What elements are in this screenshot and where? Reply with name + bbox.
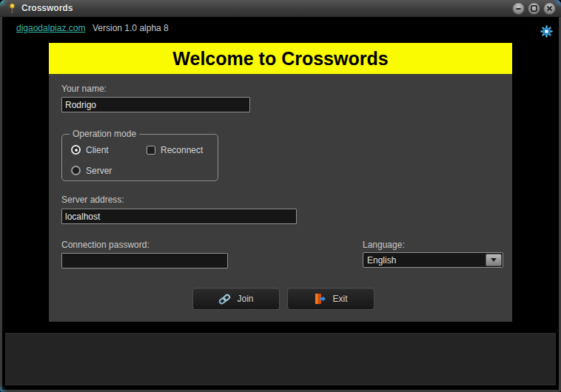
minimize-icon (514, 4, 523, 13)
chain-link-icon (218, 294, 231, 305)
minimize-button[interactable] (512, 2, 525, 15)
form-panel: Your name: Operation mode Client Reconne… (49, 74, 512, 322)
maximize-icon (530, 4, 538, 13)
pushpin-app-icon (8, 3, 16, 14)
radio-server-label[interactable]: Server (86, 166, 112, 176)
exit-button-label: Exit (332, 294, 347, 304)
language-dropdown[interactable]: English (363, 252, 503, 268)
website-link[interactable]: digaodalpiaz.com (16, 23, 85, 33)
dropdown-arrow-button[interactable] (486, 254, 502, 266)
window-title: Crosswords (21, 3, 73, 13)
language-label: Language: (363, 240, 405, 250)
titlebar: Crosswords (0, 0, 561, 17)
close-button[interactable] (543, 2, 556, 15)
banner-title: Welcome to Crosswords (172, 48, 388, 70)
server-address-label: Server address: (61, 195, 124, 205)
name-input[interactable] (61, 97, 250, 112)
close-icon (545, 4, 554, 13)
connection-password-label: Connection password: (61, 240, 150, 250)
join-button[interactable]: Join (192, 288, 280, 310)
welcome-banner: Welcome to Crosswords (49, 43, 512, 74)
door-exit-icon (314, 293, 326, 305)
client-area: digaodalpiaz.com Version 1.0 alpha 8 Wel… (2, 17, 559, 390)
app-window: Crosswords digaodalpiaz.com Ver (0, 0, 561, 392)
radio-server[interactable] (71, 166, 81, 175)
version-label: Version 1.0 alpha 8 (93, 23, 169, 33)
radio-client-label[interactable]: Client (86, 145, 109, 155)
language-selected-value: English (363, 255, 486, 266)
checkbox-reconnect[interactable] (147, 146, 155, 155)
join-button-label: Join (237, 294, 253, 304)
connection-password-input[interactable] (61, 253, 228, 268)
window-controls (512, 2, 556, 15)
checkbox-reconnect-label[interactable]: Reconnect (161, 145, 203, 155)
operation-mode-groupbox: Operation mode Client Reconnect Server (61, 134, 218, 181)
maximize-button[interactable] (528, 2, 540, 15)
server-address-input[interactable] (61, 209, 297, 224)
chevron-down-icon (491, 258, 497, 262)
operation-mode-legend: Operation mode (70, 129, 139, 139)
name-label: Your name: (61, 84, 107, 94)
lower-panel (5, 333, 556, 385)
radio-client[interactable] (71, 145, 81, 155)
gear-icon[interactable] (540, 25, 553, 38)
exit-button[interactable]: Exit (287, 288, 374, 310)
